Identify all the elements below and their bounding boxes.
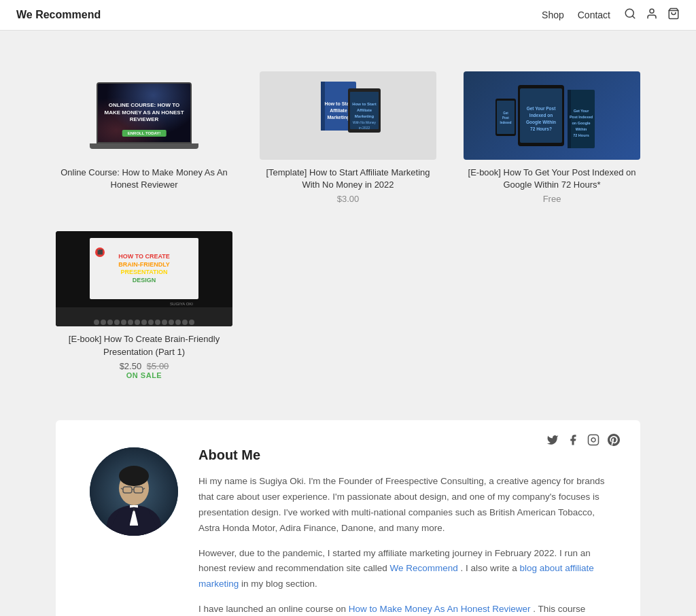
svg-text:Affiliate: Affiliate [330, 108, 347, 113]
audience-head [94, 320, 99, 325]
twitter-icon[interactable] [546, 434, 559, 449]
svg-text:72 Hours?: 72 Hours? [530, 126, 552, 131]
about-paragraph-3: I have launched an online course on How … [198, 602, 606, 616]
audience-head [169, 320, 174, 325]
nav-shop[interactable]: Shop [542, 10, 564, 20]
svg-text:Indexed on: Indexed on [529, 113, 553, 118]
avatar [90, 447, 178, 536]
pres-logo: ⬛ [95, 247, 105, 257]
book-visual: How to Start Affiliate Marketing How to … [260, 71, 436, 160]
laptop-base [90, 143, 198, 149]
svg-text:in 2022: in 2022 [359, 126, 370, 130]
audience-head [135, 320, 140, 325]
cart-icon[interactable] [667, 7, 680, 23]
price-current: $2.50 [120, 361, 142, 371]
pres-screen: ⬛ HOW TO CREATE BRAIN-FRIENDLY PRESENTAT… [90, 238, 198, 299]
search-icon[interactable] [624, 7, 636, 23]
audience-head [101, 320, 106, 325]
product-title-1: Online Course: How to Make Money As An H… [56, 167, 232, 191]
audience-head [121, 320, 126, 325]
svg-text:Get Your: Get Your [574, 109, 590, 113]
main-content: ONLINE COURSE: HOW TO MAKE MONEY AS AN H… [42, 31, 654, 616]
svg-text:Marketing: Marketing [355, 114, 375, 118]
about-paragraph-2: However, due to the pandemic, I started … [198, 546, 606, 593]
audience-head [148, 320, 154, 325]
product-card-4[interactable]: ⬛ HOW TO CREATE BRAIN-FRIENDLY PRESENTAT… [56, 231, 232, 379]
svg-line-1 [632, 16, 634, 18]
about-text-block: About Me Hi my name is Sugiya Oki. I'm t… [198, 447, 606, 616]
about-heading: About Me [198, 447, 606, 463]
product-image-1: ONLINE COURSE: HOW TO MAKE MONEY AS AN H… [56, 71, 232, 160]
on-sale-badge: ON SALE [56, 371, 232, 379]
svg-text:Marketing: Marketing [327, 115, 349, 120]
laptop-screen-text: ONLINE COURSE: HOW TO MAKE MONEY AS AN H… [98, 98, 190, 127]
product-title-3: [E-book] How To Get Your Post Indexed on… [464, 167, 640, 191]
svg-text:Within: Within [576, 127, 587, 131]
products-row1: ONLINE COURSE: HOW TO MAKE MONEY AS AN H… [56, 71, 640, 204]
product-image-3: Get Your Post Indexed on Google Within 7… [464, 71, 640, 160]
ebook-devices-svg: Get Your Post Indexed on Google Within 7… [487, 75, 616, 156]
svg-text:Google Within: Google Within [526, 120, 556, 125]
about-p2-end: in my blog section. [241, 579, 317, 589]
svg-text:Post: Post [502, 116, 509, 120]
we-recommend-link[interactable]: We Recommend [389, 563, 457, 573]
avatar-svg [90, 447, 178, 536]
presentation-visual: ⬛ HOW TO CREATE BRAIN-FRIENDLY PRESENTAT… [56, 231, 232, 326]
pres-watermark: SUGIYA OKI [170, 302, 193, 306]
site-title: We Recommend [16, 9, 101, 21]
products-row2: ⬛ HOW TO CREATE BRAIN-FRIENDLY PRESENTAT… [56, 231, 640, 379]
svg-text:Get Your Post: Get Your Post [527, 106, 557, 111]
svg-text:Post Indexed: Post Indexed [570, 115, 593, 119]
svg-rect-5 [321, 82, 325, 131]
nav-contact[interactable]: Contact [578, 10, 610, 20]
product-card-1[interactable]: ONLINE COURSE: HOW TO MAKE MONEY AS AN H… [56, 71, 232, 204]
header-icons [624, 7, 680, 23]
audience-head [107, 320, 113, 325]
audience-head [175, 320, 181, 325]
price-original: $5.00 [147, 361, 169, 371]
product-image-2: How to Start Affiliate Marketing How to … [260, 71, 436, 160]
google-ebook-visual: Get Your Post Indexed on Google Within 7… [464, 71, 640, 160]
books-svg: How to Start Affiliate Marketing How to … [280, 71, 416, 153]
svg-rect-34 [589, 434, 599, 445]
product-card-2[interactable]: How to Start Affiliate Marketing How to … [260, 71, 436, 204]
audience-head [128, 320, 133, 325]
pinterest-icon[interactable] [608, 434, 620, 449]
product-title-2: [Template] How to Start Affiliate Market… [260, 167, 436, 191]
audience-head [141, 320, 147, 325]
about-section: About Me Hi my name is Sugiya Oki. I'm t… [56, 420, 640, 616]
svg-text:How to Start: How to Start [352, 102, 376, 106]
svg-text:With No Money: With No Money [353, 120, 377, 124]
laptop-screen: ONLINE COURSE: HOW TO MAKE MONEY AS AN H… [97, 82, 192, 143]
audience-head [162, 320, 167, 325]
about-paragraph-1: Hi my name is Sugiya Oki. I'm the Founde… [198, 474, 606, 536]
audience-head [114, 320, 120, 325]
facebook-icon[interactable] [567, 434, 579, 449]
svg-text:Affiliate: Affiliate [357, 108, 372, 112]
about-p3-start: I have launched an online course on [198, 604, 346, 614]
svg-rect-23 [568, 90, 571, 148]
audience-head [155, 320, 160, 325]
product-price-2: $3.00 [260, 194, 436, 204]
audience-head [182, 320, 188, 325]
audience-head [189, 320, 194, 325]
user-icon[interactable] [646, 7, 658, 23]
product-title-4: [E-book] How To Create Brain-Friendly Pr… [56, 333, 232, 358]
instagram-icon[interactable] [587, 434, 599, 449]
enroll-label: ENROLL TODAY! [122, 130, 167, 137]
main-nav: Shop Contact [542, 7, 680, 23]
laptop-visual: ONLINE COURSE: HOW TO MAKE MONEY AS AN H… [56, 71, 232, 160]
product-price-sale-4: $2.50 $5.00 [56, 361, 232, 371]
social-icons [546, 434, 620, 449]
pres-audience [56, 307, 232, 326]
svg-point-42 [119, 466, 149, 486]
avatar-container [90, 447, 178, 536]
product-card-3[interactable]: Get Your Post Indexed on Google Within 7… [464, 71, 640, 204]
svg-text:72 Hours: 72 Hours [573, 133, 589, 137]
course-link[interactable]: How to Make Money As An Honest Reviewer [349, 604, 531, 614]
product-price-3: Free [464, 194, 640, 204]
product-image-4: ⬛ HOW TO CREATE BRAIN-FRIENDLY PRESENTAT… [56, 231, 232, 326]
svg-point-2 [650, 9, 654, 13]
svg-text:Get: Get [503, 112, 508, 115]
svg-text:on Google: on Google [572, 121, 590, 125]
